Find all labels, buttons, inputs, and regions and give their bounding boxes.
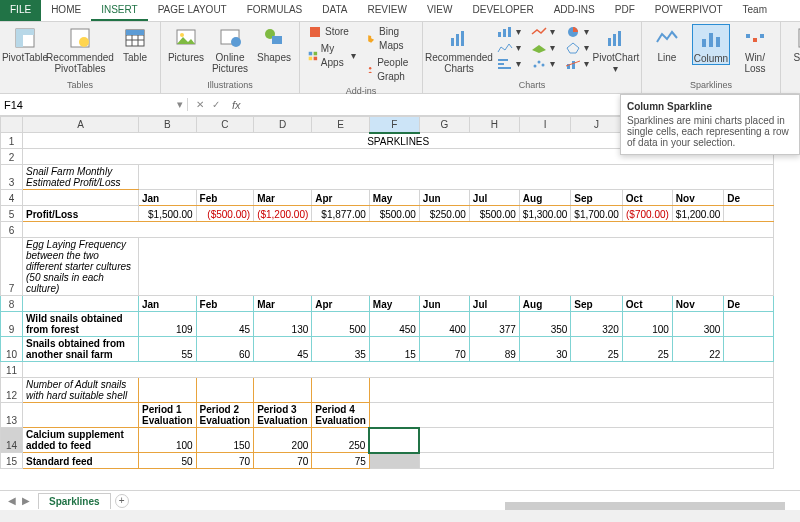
sparkline-winloss-button[interactable]: Win/ Loss	[736, 24, 774, 74]
group-charts: Recommended Charts ▾ ▾ ▾ ▾ ▾ ▾ ▾ ▾ ▾ Piv…	[423, 22, 642, 93]
svg-rect-29	[498, 59, 508, 61]
tab-formulas[interactable]: FORMULAS	[237, 0, 313, 21]
tab-file[interactable]: FILE	[0, 0, 41, 21]
sheet-tab-sparklines[interactable]: Sparklines	[38, 493, 111, 509]
group-label-illus: Illustrations	[167, 79, 293, 91]
chart-scatter-button[interactable]: ▾	[529, 56, 557, 72]
online-pictures-button[interactable]: Online Pictures	[211, 24, 249, 74]
recommended-pivot-button[interactable]: Recommended PivotTables	[50, 24, 110, 74]
svg-rect-40	[618, 31, 621, 46]
tooltip-column-sparkline: Column Sparkline Sparklines are mini cha…	[620, 94, 800, 155]
svg-rect-37	[572, 61, 575, 69]
group-filters: Slicer Timeline Filters	[781, 22, 800, 93]
tab-team[interactable]: Team	[733, 0, 777, 21]
svg-rect-21	[314, 57, 318, 61]
svg-rect-19	[314, 52, 318, 56]
svg-rect-46	[760, 34, 764, 38]
tab-pdf[interactable]: PDF	[605, 0, 645, 21]
chart-line-button[interactable]: ▾	[529, 24, 557, 40]
slicer-button[interactable]: Slicer	[787, 24, 800, 63]
svg-rect-41	[702, 39, 706, 47]
svg-rect-28	[508, 27, 511, 37]
sparkline-column-button[interactable]: Column	[692, 24, 730, 65]
tab-developer[interactable]: DEVELOPER	[462, 0, 543, 21]
svg-rect-43	[716, 37, 720, 47]
cancel-icon: ✕	[196, 99, 204, 110]
recommended-charts-button[interactable]: Recommended Charts	[429, 24, 489, 74]
chart-pie-button[interactable]: ▾	[563, 24, 591, 40]
chart-combo-button[interactable]: ▾	[563, 56, 591, 72]
chart-stock-button[interactable]: ▾	[495, 40, 523, 56]
bing-maps-button[interactable]: Bing Maps	[364, 24, 416, 54]
svg-rect-39	[613, 34, 616, 46]
chart-bar-button[interactable]: ▾	[495, 24, 523, 40]
sparkline-line-button[interactable]: Line	[648, 24, 686, 63]
svg-rect-45	[753, 38, 757, 42]
table-button[interactable]: Table	[116, 24, 154, 63]
svg-rect-10	[126, 30, 144, 35]
svg-rect-20	[309, 57, 313, 61]
group-label-charts: Charts	[429, 79, 635, 91]
status-bar	[0, 510, 800, 522]
shapes-button[interactable]: Shapes	[255, 24, 293, 63]
fx-icon[interactable]: fx	[228, 99, 245, 111]
group-label-filters: Filters	[787, 79, 800, 91]
myapps-button[interactable]: My Apps▾	[306, 41, 358, 71]
svg-point-32	[533, 65, 536, 68]
pivottable-button[interactable]: PivotTable	[6, 24, 44, 63]
svg-rect-38	[608, 38, 611, 46]
group-label-tables: Tables	[6, 79, 154, 91]
sheet-add-button[interactable]: +	[115, 494, 129, 508]
active-cell[interactable]	[369, 428, 419, 453]
svg-rect-31	[498, 67, 511, 69]
sheet-next-icon[interactable]: ▶	[22, 495, 30, 506]
svg-point-22	[369, 67, 371, 69]
svg-rect-23	[451, 38, 454, 46]
tab-pagelayout[interactable]: PAGE LAYOUT	[148, 0, 237, 21]
sheet-tab-bar: ◀▶ Sparklines +	[0, 490, 800, 510]
svg-rect-24	[456, 34, 459, 46]
tab-review[interactable]: REVIEW	[357, 0, 416, 21]
tab-home[interactable]: HOME	[41, 0, 91, 21]
svg-rect-25	[461, 31, 464, 46]
tab-data[interactable]: DATA	[312, 0, 357, 21]
tab-addins[interactable]: ADD-INS	[544, 0, 605, 21]
chart-radar-button[interactable]: ▾	[563, 40, 591, 56]
store-button[interactable]: Store	[306, 24, 358, 40]
svg-rect-44	[746, 34, 750, 38]
name-box[interactable]: F14▾	[0, 98, 188, 111]
svg-rect-26	[498, 32, 501, 37]
tab-insert[interactable]: INSERT	[91, 0, 148, 21]
svg-point-14	[231, 37, 241, 47]
svg-point-12	[180, 33, 184, 37]
pivotchart-button[interactable]: PivotChart▾	[597, 24, 635, 74]
people-graph-button[interactable]: People Graph	[364, 55, 416, 85]
chart-hbar-button[interactable]: ▾	[495, 56, 523, 72]
group-sparklines: Line Column Win/ Loss Sparklines	[642, 22, 781, 93]
tab-view[interactable]: VIEW	[417, 0, 463, 21]
group-addins: Store My Apps▾ Bing Maps People Graph Ad…	[300, 22, 423, 93]
svg-point-33	[537, 61, 540, 64]
svg-rect-18	[309, 52, 313, 56]
svg-rect-16	[272, 36, 282, 44]
group-label-addins: Add-ins	[306, 85, 416, 96]
pictures-button[interactable]: Pictures	[167, 24, 205, 63]
svg-rect-27	[503, 29, 506, 37]
svg-rect-42	[709, 33, 713, 47]
ribbon: PivotTable Recommended PivotTables Table…	[0, 22, 800, 94]
worksheet-grid[interactable]: A B C D E F G H I J K L M 1SPARKLINES 2 …	[0, 116, 800, 500]
svg-rect-17	[310, 27, 320, 37]
group-illustrations: Pictures Online Pictures Shapes Illustra…	[161, 22, 300, 93]
group-tables: PivotTable Recommended PivotTables Table…	[0, 22, 161, 93]
group-label-sparklines: Sparklines	[648, 79, 774, 91]
enter-icon: ✓	[212, 99, 220, 110]
ribbon-tabs: FILE HOME INSERT PAGE LAYOUT FORMULAS DA…	[0, 0, 800, 22]
svg-rect-2	[16, 29, 34, 35]
tab-powerpivot[interactable]: POWERPIVOT	[645, 0, 733, 21]
svg-point-4	[79, 37, 89, 47]
svg-point-34	[541, 64, 544, 67]
svg-rect-30	[498, 63, 504, 65]
chart-surface-button[interactable]: ▾	[529, 40, 557, 56]
sheet-prev-icon[interactable]: ◀	[8, 495, 16, 506]
